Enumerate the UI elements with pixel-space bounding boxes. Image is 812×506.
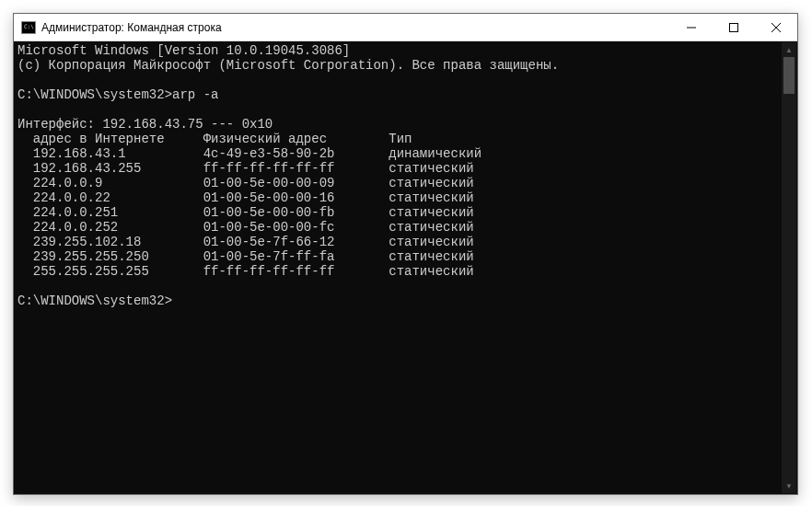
- svg-text:C:\: C:\: [24, 23, 34, 29]
- command-prompt-window: C:\ Администратор: Командная строка Micr…: [13, 13, 798, 495]
- terminal-area[interactable]: Microsoft Windows [Version 10.0.19045.30…: [14, 41, 797, 494]
- window-controls: [670, 14, 797, 40]
- scroll-track[interactable]: [782, 57, 796, 478]
- scroll-up-button[interactable]: ▲: [782, 42, 796, 57]
- window-title: Администратор: Командная строка: [41, 21, 670, 34]
- titlebar[interactable]: C:\ Администратор: Командная строка: [14, 14, 797, 41]
- terminal-output: Microsoft Windows [Version 10.0.19045.30…: [17, 43, 794, 308]
- close-button[interactable]: [755, 14, 797, 40]
- maximize-button[interactable]: [713, 14, 755, 40]
- minimize-button[interactable]: [670, 14, 713, 40]
- scroll-thumb[interactable]: [783, 57, 795, 94]
- command-prompt-icon: C:\: [21, 20, 36, 35]
- scroll-down-button[interactable]: ▼: [782, 478, 796, 493]
- svg-rect-3: [730, 23, 738, 31]
- vertical-scrollbar[interactable]: ▲ ▼: [782, 42, 796, 493]
